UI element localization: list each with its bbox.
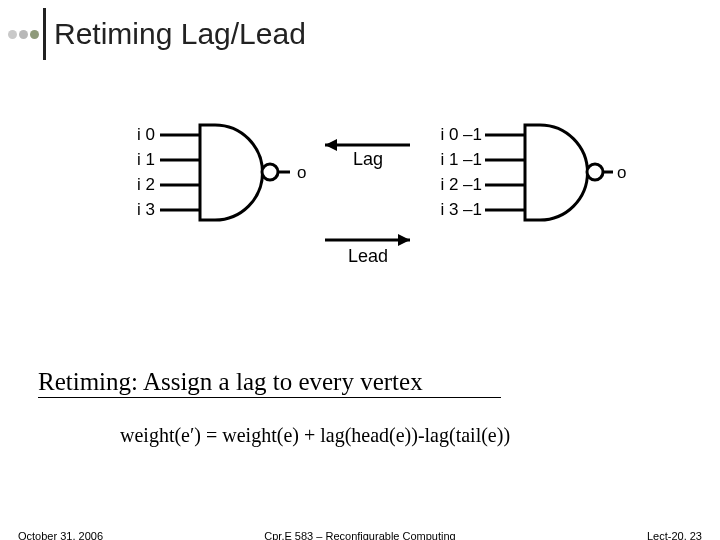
right-gate: i 0 –1 i 1 –1 i 2 –1 i 3 –1 o +1	[440, 125, 630, 220]
decorative-dots	[8, 30, 39, 39]
right-output: o	[617, 163, 626, 182]
left-input-3: i 3	[137, 200, 155, 219]
title-bar: Retiming Lag/Lead	[8, 8, 306, 60]
title-divider	[43, 8, 46, 60]
dot-icon	[30, 30, 39, 39]
footer-date: October 31, 2006	[18, 530, 103, 540]
retiming-diagram: i 0 i 1 i 2 i 3 o Lag Lead i 0 –1 i 1 –1…	[110, 115, 630, 295]
svg-point-14	[587, 164, 603, 180]
svg-marker-7	[325, 139, 337, 151]
left-gate: i 0 i 1 i 2 i 3 o	[137, 125, 306, 220]
dot-icon	[19, 30, 28, 39]
right-input-2: i 2 –1	[440, 175, 482, 194]
retiming-underline	[38, 397, 501, 398]
footer-center: Cpr.E 583 – Reconfigurable Computing	[264, 530, 455, 540]
retiming-label: Retiming	[38, 368, 131, 395]
lag-label: Lag	[353, 149, 383, 169]
slide-title: Retiming Lag/Lead	[54, 17, 306, 51]
left-output: o	[297, 163, 306, 182]
right-input-1: i 1 –1	[440, 150, 482, 169]
left-input-1: i 1	[137, 150, 155, 169]
left-input-0: i 0	[137, 125, 155, 144]
right-input-0: i 0 –1	[440, 125, 482, 144]
lag-arrow: Lag	[325, 139, 410, 169]
lead-arrow: Lead	[325, 234, 410, 266]
footer-right: Lect-20. 23	[647, 530, 702, 540]
dot-icon	[8, 30, 17, 39]
svg-marker-9	[398, 234, 410, 246]
retiming-line: Retiming: Assign a lag to every vertex	[38, 368, 423, 396]
lead-label: Lead	[348, 246, 388, 266]
left-input-2: i 2	[137, 175, 155, 194]
formula: weight(e′) = weight(e) + lag(head(e))-la…	[120, 424, 510, 447]
right-input-3: i 3 –1	[440, 200, 482, 219]
retiming-text: : Assign a lag to every vertex	[131, 368, 423, 395]
svg-point-4	[262, 164, 278, 180]
